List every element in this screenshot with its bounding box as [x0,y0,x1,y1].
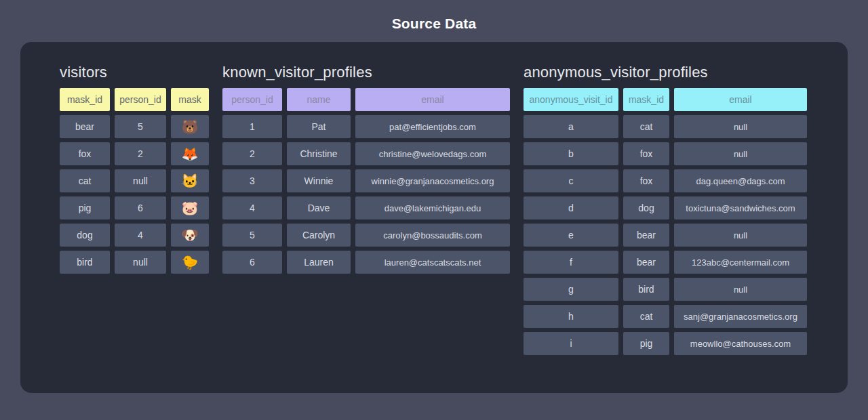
cell-anonymous_visitor_profiles-anonymous_visit_id: c [524,169,618,192]
table-anonymous_visitor_profiles: anonymous_visitor_profilesanonymous_visi… [524,64,807,359]
column-header-person_id: person_id [222,88,282,111]
cell-known_visitor_profiles-person_id: 4 [222,196,282,219]
column-header-person_id: person_id [115,88,166,111]
table-title-known_visitor_profiles: known_visitor_profiles [222,64,510,81]
cell-visitors-mask_id: bird [60,251,110,274]
table-row: 3Winniewinnie@granjanacosmetics.org [222,169,510,192]
page-title: Source Data [0,0,868,42]
column-header-mask_id: mask_id [623,88,669,111]
table-row: 5Carolyncarolyn@bossaudits.com [222,224,510,247]
cell-visitors-person_id: null [115,169,166,192]
table-visitors: visitorsmask_idperson_idmaskbear5🐻fox2🦊c… [60,64,209,278]
cell-anonymous_visitor_profiles-anonymous_visit_id: a [524,115,618,138]
cell-anonymous_visitor_profiles-anonymous_visit_id: d [524,196,618,219]
cell-visitors-mask_id: fox [60,142,110,165]
cell-known_visitor_profiles-person_id: 3 [222,169,282,192]
cell-anonymous_visitor_profiles-mask_id: bear [623,224,669,247]
cell-anonymous_visitor_profiles-email: null [674,115,807,138]
cell-known_visitor_profiles-name: Dave [287,196,351,219]
cell-visitors-person_id: 6 [115,196,166,219]
cell-known_visitor_profiles-name: Lauren [287,251,351,274]
cell-visitors-person_id: 2 [115,142,166,165]
table-title-anonymous_visitor_profiles: anonymous_visitor_profiles [524,64,807,81]
table-row: ddogtoxictuna@sandwiches.com [524,196,807,219]
cell-known_visitor_profiles-person_id: 2 [222,142,282,165]
column-header-mask_id: mask_id [60,88,110,111]
cell-known_visitor_profiles-name: Winnie [287,169,351,192]
cell-anonymous_visitor_profiles-anonymous_visit_id: g [524,278,618,301]
cell-visitors-mask: 🐱 [171,169,209,192]
table-row: catnull🐱 [60,169,209,192]
cell-anonymous_visitor_profiles-anonymous_visit_id: f [524,251,618,274]
cell-known_visitor_profiles-person_id: 5 [222,224,282,247]
cell-visitors-person_id: null [115,251,166,274]
cell-visitors-mask: 🐤 [171,251,209,274]
table-row: bear5🐻 [60,115,209,138]
cell-anonymous_visitor_profiles-email: sanj@granjanacosmetics.org [674,305,807,328]
cell-known_visitor_profiles-email: lauren@catscatscats.net [355,251,510,274]
table-row: 4Davedave@lakemichigan.edu [222,196,510,219]
table-row: dog4🐶 [60,224,209,247]
cell-anonymous_visitor_profiles-mask_id: cat [623,305,669,328]
column-header-email: email [674,88,807,111]
cell-visitors-mask: 🐶 [171,224,209,247]
cell-anonymous_visitor_profiles-anonymous_visit_id: e [524,224,618,247]
cell-anonymous_visitor_profiles-email: null [674,224,807,247]
column-header-anonymous_visit_id: anonymous_visit_id [524,88,618,111]
header-row: person_idnameemail [222,88,510,111]
column-header-name: name [287,88,351,111]
cell-known_visitor_profiles-person_id: 1 [222,115,282,138]
cell-anonymous_visitor_profiles-email: null [674,278,807,301]
cell-anonymous_visitor_profiles-email: dag.queen@dags.com [674,169,807,192]
cell-anonymous_visitor_profiles-email: toxictuna@sandwiches.com [674,196,807,219]
cell-anonymous_visitor_profiles-anonymous_visit_id: b [524,142,618,165]
table-row: hcatsanj@granjanacosmetics.org [524,305,807,328]
table-row: bfoxnull [524,142,807,165]
table-row: ebearnull [524,224,807,247]
cell-known_visitor_profiles-name: Pat [287,115,351,138]
cell-anonymous_visitor_profiles-mask_id: dog [623,196,669,219]
column-header-email: email [355,88,510,111]
cell-known_visitor_profiles-email: pat@efficientjobs.com [355,115,510,138]
table-row: gbirdnull [524,278,807,301]
cell-known_visitor_profiles-email: dave@lakemichigan.edu [355,196,510,219]
table-row: fox2🦊 [60,142,209,165]
cell-visitors-mask_id: bear [60,115,110,138]
column-header-mask: mask [171,88,209,111]
cell-visitors-person_id: 5 [115,115,166,138]
table-row: ipigmeowllo@cathouses.com [524,332,807,355]
cell-known_visitor_profiles-person_id: 6 [222,251,282,274]
source-data-panel: visitorsmask_idperson_idmaskbear5🐻fox2🦊c… [20,42,848,393]
table-row: fbear123abc@centermail.com [524,251,807,274]
cell-anonymous_visitor_profiles-email: 123abc@centermail.com [674,251,807,274]
cell-anonymous_visitor_profiles-anonymous_visit_id: i [524,332,618,355]
cell-visitors-mask_id: dog [60,224,110,247]
table-row: birdnull🐤 [60,251,209,274]
cell-anonymous_visitor_profiles-anonymous_visit_id: h [524,305,618,328]
table-row: 2Christinechristine@welovedags.com [222,142,510,165]
cell-visitors-mask: 🐻 [171,115,209,138]
cell-visitors-mask: 🦊 [171,142,209,165]
table-row: 1Patpat@efficientjobs.com [222,115,510,138]
cell-known_visitor_profiles-email: christine@welovedags.com [355,142,510,165]
tables-container: visitorsmask_idperson_idmaskbear5🐻fox2🦊c… [20,42,848,359]
cell-anonymous_visitor_profiles-mask_id: fox [623,169,669,192]
cell-known_visitor_profiles-email: winnie@granjanacosmetics.org [355,169,510,192]
cell-anonymous_visitor_profiles-email: null [674,142,807,165]
table-title-visitors: visitors [60,64,209,81]
table-row: pig6🐷 [60,196,209,219]
header-row: anonymous_visit_idmask_idemail [524,88,807,111]
cell-known_visitor_profiles-name: Carolyn [287,224,351,247]
cell-visitors-mask_id: cat [60,169,110,192]
cell-anonymous_visitor_profiles-mask_id: bear [623,251,669,274]
cell-visitors-mask_id: pig [60,196,110,219]
cell-anonymous_visitor_profiles-email: meowllo@cathouses.com [674,332,807,355]
header-row: mask_idperson_idmask [60,88,209,111]
table-row: 6Laurenlauren@catscatscats.net [222,251,510,274]
table-row: acatnull [524,115,807,138]
cell-anonymous_visitor_profiles-mask_id: fox [623,142,669,165]
cell-anonymous_visitor_profiles-mask_id: cat [623,115,669,138]
cell-anonymous_visitor_profiles-mask_id: bird [623,278,669,301]
table-row: cfoxdag.queen@dags.com [524,169,807,192]
cell-anonymous_visitor_profiles-mask_id: pig [623,332,669,355]
